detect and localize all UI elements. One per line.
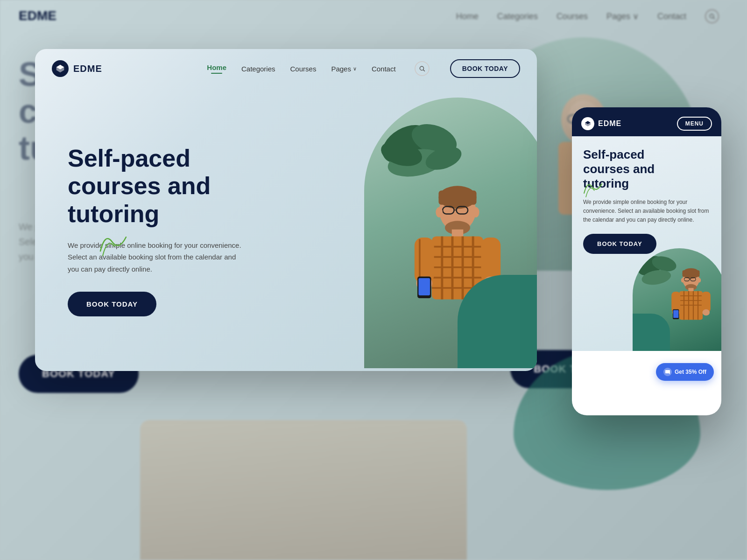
- mobile-logo-text: EDME: [598, 119, 621, 128]
- svg-point-66: [703, 309, 710, 315]
- mobile-nav: EDME MENU: [572, 107, 721, 136]
- hero-book-button[interactable]: BOOK TODAY: [68, 292, 156, 316]
- bg-nav: EDME Home Categories Courses Pages ∨ Con…: [0, 0, 747, 33]
- bg-bottom-img: [140, 420, 467, 560]
- svg-rect-64: [702, 292, 711, 313]
- mobile-squiggle-decoration: [580, 174, 606, 199]
- squiggle-decoration: [96, 223, 133, 260]
- nav-pages[interactable]: Pages ∨: [331, 65, 357, 73]
- search-icon[interactable]: [415, 61, 430, 76]
- hero-content: Self-paced courses and tutoring We provi…: [68, 145, 514, 317]
- svg-point-0: [710, 14, 713, 18]
- discount-badge[interactable]: Get 35% Off: [656, 363, 714, 381]
- desktop-logo-text: EDME: [73, 63, 102, 74]
- svg-rect-68: [673, 310, 678, 318]
- mobile-logo-icon: [581, 117, 594, 130]
- nav-courses[interactable]: Courses: [290, 65, 317, 73]
- bg-nav-pages: Pages ∨: [606, 11, 639, 21]
- mobile-menu-button[interactable]: MENU: [677, 117, 712, 131]
- svg-rect-47: [683, 270, 700, 277]
- mobile-person-illustration: [663, 260, 719, 351]
- chevron-down-icon: ∨: [353, 66, 357, 72]
- bg-nav-home: Home: [456, 12, 479, 21]
- mobile-teal-corner: [633, 314, 670, 351]
- svg-line-1: [713, 18, 715, 19]
- bg-logo: EDME: [19, 8, 56, 23]
- svg-point-53: [698, 278, 701, 282]
- desktop-book-button[interactable]: BOOK TODAY: [450, 59, 520, 78]
- mobile-logo: EDME: [581, 117, 621, 130]
- mobile-mockup: EDME MENU Self-paced courses and tutorin…: [572, 107, 721, 415]
- nav-home[interactable]: Home: [207, 63, 226, 74]
- desktop-nav-links: Home Categories Courses Pages ∨ Contact …: [207, 59, 520, 78]
- chat-icon: [663, 368, 672, 376]
- svg-point-8: [420, 66, 423, 70]
- mobile-hero-description: We provide simple online booking for you…: [583, 198, 710, 225]
- bg-nav-courses: Courses: [557, 12, 588, 21]
- desktop-mockup: EDME Home Categories Courses Pages ∨ Con…: [35, 49, 537, 371]
- mobile-image-area: [633, 248, 721, 351]
- desktop-hero: Self-paced courses and tutoring We provi…: [35, 88, 537, 371]
- bg-search-icon: [705, 9, 719, 23]
- svg-rect-63: [671, 292, 680, 313]
- svg-point-52: [681, 278, 684, 282]
- nav-categories[interactable]: Categories: [241, 65, 275, 73]
- desktop-nav: EDME Home Categories Courses Pages ∨ Con…: [35, 49, 537, 88]
- hero-description: We provide simple online booking for you…: [68, 239, 245, 275]
- svg-line-9: [423, 70, 424, 71]
- hero-title: Self-paced courses and tutoring: [68, 145, 514, 228]
- bg-nav-categories: Categories: [497, 12, 538, 21]
- desktop-logo: EDME: [52, 60, 102, 77]
- logo-icon: [52, 60, 69, 77]
- nav-contact[interactable]: Contact: [372, 65, 396, 73]
- mobile-hero: Self-paced courses and tutoring We provi…: [572, 136, 721, 351]
- bg-nav-contact: Contact: [657, 12, 686, 21]
